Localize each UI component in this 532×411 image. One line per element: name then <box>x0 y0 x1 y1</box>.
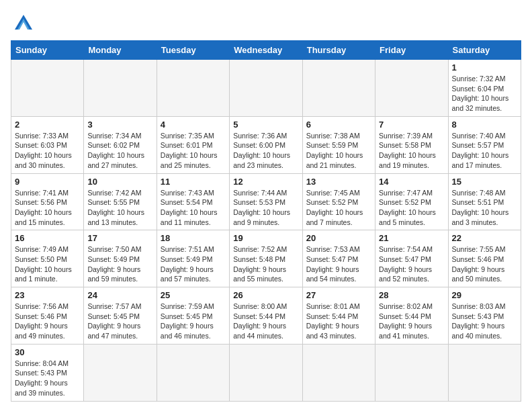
day-info: Sunrise: 7:36 AMSunset: 6:00 PMDaylight:… <box>233 131 298 171</box>
page-header <box>11 11 521 32</box>
day-number: 4 <box>161 120 226 130</box>
day-info: Sunrise: 8:02 AMSunset: 5:44 PMDaylight:… <box>379 302 444 341</box>
logo-icon <box>11 11 36 32</box>
day-info: Sunrise: 7:59 AMSunset: 5:45 PMDaylight:… <box>161 302 226 341</box>
day-info: Sunrise: 8:03 AMSunset: 5:43 PMDaylight:… <box>452 302 517 341</box>
day-number: 16 <box>15 233 80 243</box>
day-info: Sunrise: 7:56 AMSunset: 5:46 PMDaylight:… <box>15 302 80 341</box>
day-number: 7 <box>379 120 444 130</box>
calendar-week-row: 16Sunrise: 7:49 AMSunset: 5:50 PMDayligh… <box>11 230 521 287</box>
calendar-empty-cell <box>448 344 521 401</box>
calendar-day-17: 17Sunrise: 7:50 AMSunset: 5:49 PMDayligh… <box>84 230 157 287</box>
calendar-day-28: 28Sunrise: 8:02 AMSunset: 5:44 PMDayligh… <box>375 287 448 345</box>
day-number: 15 <box>452 177 517 187</box>
calendar-day-18: 18Sunrise: 7:51 AMSunset: 5:49 PMDayligh… <box>157 230 229 287</box>
day-number: 12 <box>233 177 298 187</box>
calendar-day-20: 20Sunrise: 7:53 AMSunset: 5:47 PMDayligh… <box>302 230 375 287</box>
day-info: Sunrise: 7:49 AMSunset: 5:50 PMDaylight:… <box>15 244 80 284</box>
weekday-header-saturday: Saturday <box>448 41 521 60</box>
day-number: 21 <box>379 233 444 243</box>
calendar-day-24: 24Sunrise: 7:57 AMSunset: 5:45 PMDayligh… <box>84 287 157 345</box>
calendar-empty-cell <box>230 344 302 401</box>
day-info: Sunrise: 7:47 AMSunset: 5:52 PMDaylight:… <box>379 188 444 228</box>
calendar-day-23: 23Sunrise: 7:56 AMSunset: 5:46 PMDayligh… <box>11 287 84 345</box>
calendar-day-11: 11Sunrise: 7:43 AMSunset: 5:54 PMDayligh… <box>157 173 229 230</box>
calendar-day-4: 4Sunrise: 7:35 AMSunset: 6:01 PMDaylight… <box>157 116 229 173</box>
day-number: 19 <box>233 233 298 243</box>
day-info: Sunrise: 7:57 AMSunset: 5:45 PMDaylight:… <box>87 302 152 341</box>
calendar-day-15: 15Sunrise: 7:48 AMSunset: 5:51 PMDayligh… <box>448 173 521 230</box>
day-info: Sunrise: 7:41 AMSunset: 5:56 PMDaylight:… <box>15 188 80 228</box>
calendar-day-1: 1Sunrise: 7:32 AMSunset: 6:04 PMDaylight… <box>448 60 521 117</box>
day-info: Sunrise: 7:32 AMSunset: 6:04 PMDaylight:… <box>452 74 517 113</box>
day-number: 1 <box>452 62 517 73</box>
weekday-header-tuesday: Tuesday <box>157 41 229 60</box>
calendar-day-6: 6Sunrise: 7:38 AMSunset: 5:59 PMDaylight… <box>302 116 375 173</box>
day-number: 2 <box>15 120 80 130</box>
calendar-week-row: 30Sunrise: 8:04 AMSunset: 5:43 PMDayligh… <box>11 344 521 401</box>
calendar-day-26: 26Sunrise: 8:00 AMSunset: 5:44 PMDayligh… <box>230 287 302 345</box>
calendar-empty-cell <box>230 60 302 117</box>
day-info: Sunrise: 7:35 AMSunset: 6:01 PMDaylight:… <box>161 131 226 171</box>
calendar-week-row: 9Sunrise: 7:41 AMSunset: 5:56 PMDaylight… <box>11 173 521 230</box>
day-info: Sunrise: 8:01 AMSunset: 5:44 PMDaylight:… <box>306 302 371 341</box>
weekday-header-row: SundayMondayTuesdayWednesdayThursdayFrid… <box>11 41 521 60</box>
calendar-empty-cell <box>375 60 448 117</box>
calendar-table: SundayMondayTuesdayWednesdayThursdayFrid… <box>11 40 521 402</box>
day-number: 6 <box>306 120 371 130</box>
day-info: Sunrise: 7:42 AMSunset: 5:55 PMDaylight:… <box>87 188 152 228</box>
day-number: 30 <box>15 347 80 357</box>
day-number: 29 <box>452 290 517 300</box>
calendar-day-22: 22Sunrise: 7:55 AMSunset: 5:46 PMDayligh… <box>448 230 521 287</box>
calendar-day-16: 16Sunrise: 7:49 AMSunset: 5:50 PMDayligh… <box>11 230 84 287</box>
calendar-empty-cell <box>302 60 375 117</box>
day-info: Sunrise: 7:54 AMSunset: 5:47 PMDaylight:… <box>379 244 444 284</box>
weekday-header-sunday: Sunday <box>11 41 84 60</box>
day-info: Sunrise: 7:52 AMSunset: 5:48 PMDaylight:… <box>233 244 298 284</box>
day-number: 14 <box>379 177 444 187</box>
calendar-empty-cell <box>84 344 157 401</box>
calendar-day-12: 12Sunrise: 7:44 AMSunset: 5:53 PMDayligh… <box>230 173 302 230</box>
calendar-empty-cell <box>84 60 157 117</box>
day-number: 3 <box>87 120 152 130</box>
weekday-header-wednesday: Wednesday <box>230 41 302 60</box>
day-info: Sunrise: 7:44 AMSunset: 5:53 PMDaylight:… <box>233 188 298 228</box>
calendar-empty-cell <box>11 60 84 117</box>
day-info: Sunrise: 7:55 AMSunset: 5:46 PMDaylight:… <box>452 244 517 284</box>
calendar-day-10: 10Sunrise: 7:42 AMSunset: 5:55 PMDayligh… <box>84 173 157 230</box>
weekday-header-friday: Friday <box>375 41 448 60</box>
day-number: 5 <box>233 120 298 130</box>
day-info: Sunrise: 8:04 AMSunset: 5:43 PMDaylight:… <box>15 359 80 398</box>
day-info: Sunrise: 7:39 AMSunset: 5:58 PMDaylight:… <box>379 131 444 171</box>
calendar-day-3: 3Sunrise: 7:34 AMSunset: 6:02 PMDaylight… <box>84 116 157 173</box>
day-number: 17 <box>87 233 152 243</box>
day-number: 10 <box>87 177 152 187</box>
calendar-day-19: 19Sunrise: 7:52 AMSunset: 5:48 PMDayligh… <box>230 230 302 287</box>
day-info: Sunrise: 7:50 AMSunset: 5:49 PMDaylight:… <box>87 244 152 284</box>
calendar-day-13: 13Sunrise: 7:45 AMSunset: 5:52 PMDayligh… <box>302 173 375 230</box>
weekday-header-thursday: Thursday <box>302 41 375 60</box>
day-info: Sunrise: 7:38 AMSunset: 5:59 PMDaylight:… <box>306 131 371 171</box>
calendar-day-21: 21Sunrise: 7:54 AMSunset: 5:47 PMDayligh… <box>375 230 448 287</box>
day-number: 23 <box>15 290 80 300</box>
day-info: Sunrise: 7:43 AMSunset: 5:54 PMDaylight:… <box>161 188 226 228</box>
calendar-day-5: 5Sunrise: 7:36 AMSunset: 6:00 PMDaylight… <box>230 116 302 173</box>
day-number: 26 <box>233 290 298 300</box>
calendar-empty-cell <box>302 344 375 401</box>
calendar-empty-cell <box>157 344 229 401</box>
day-number: 9 <box>15 177 80 187</box>
day-number: 27 <box>306 290 371 300</box>
day-number: 11 <box>161 177 226 187</box>
day-number: 22 <box>452 233 517 243</box>
calendar-week-row: 2Sunrise: 7:33 AMSunset: 6:03 PMDaylight… <box>11 116 521 173</box>
calendar-day-14: 14Sunrise: 7:47 AMSunset: 5:52 PMDayligh… <box>375 173 448 230</box>
logo <box>11 11 39 32</box>
day-number: 24 <box>87 290 152 300</box>
day-info: Sunrise: 7:40 AMSunset: 5:57 PMDaylight:… <box>452 131 517 171</box>
day-info: Sunrise: 7:45 AMSunset: 5:52 PMDaylight:… <box>306 188 371 228</box>
calendar-empty-cell <box>157 60 229 117</box>
day-info: Sunrise: 8:00 AMSunset: 5:44 PMDaylight:… <box>233 302 298 341</box>
weekday-header-monday: Monday <box>84 41 157 60</box>
day-number: 28 <box>379 290 444 300</box>
calendar-day-9: 9Sunrise: 7:41 AMSunset: 5:56 PMDaylight… <box>11 173 84 230</box>
